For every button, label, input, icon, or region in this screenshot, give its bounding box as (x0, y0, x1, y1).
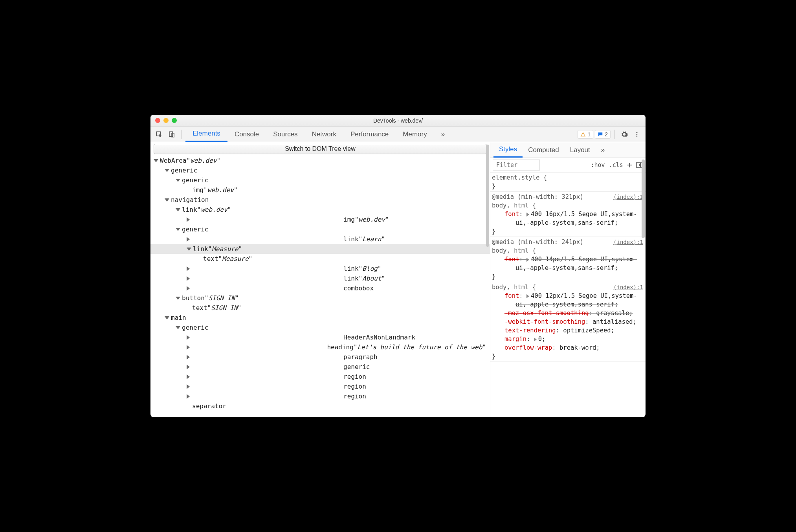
tree-row[interactable]: HeaderAsNonLandmark (150, 332, 490, 342)
accessibility-tree[interactable]: WebArea "web.dev"genericgenericimg "web.… (150, 154, 490, 417)
chevron-right-icon[interactable] (187, 276, 342, 281)
tree-row[interactable]: main (150, 313, 490, 323)
tabs-overflow-icon[interactable]: » (434, 127, 452, 142)
inspect-element-icon[interactable] (154, 129, 165, 140)
tree-row[interactable]: link "About" (150, 273, 490, 283)
chevron-down-icon[interactable] (165, 169, 169, 172)
tree-row[interactable]: generic (150, 224, 490, 234)
kebab-menu-icon[interactable] (631, 129, 642, 140)
chevron-down-icon[interactable] (154, 159, 158, 162)
tree-row[interactable]: img "web.dev" (150, 215, 490, 224)
minimize-window-button[interactable] (163, 118, 169, 123)
zoom-window-button[interactable] (172, 118, 177, 123)
expand-shorthand-icon[interactable] (526, 294, 529, 298)
tree-row[interactable]: region (150, 391, 490, 401)
warnings-badge[interactable]: 1 (578, 130, 593, 139)
tree-row[interactable]: region (150, 382, 490, 391)
window-title: DevTools - web.dev/ (150, 117, 646, 124)
tree-row[interactable]: combobox (150, 283, 490, 293)
declaration[interactable]: text-rendering: optimizeSpeed; (504, 326, 645, 335)
chevron-right-icon[interactable] (187, 286, 342, 291)
settings-gear-icon[interactable] (619, 129, 630, 140)
tree-row[interactable]: text "SIGN IN" (150, 303, 490, 313)
rule-source-link[interactable]: (index):1 (613, 193, 643, 201)
tab-performance[interactable]: Performance (343, 127, 396, 142)
tab-layout[interactable]: Layout (565, 142, 596, 158)
chevron-right-icon[interactable] (187, 374, 342, 379)
styles-filter-input[interactable] (493, 160, 540, 171)
chevron-right-icon[interactable] (187, 355, 342, 360)
cls-toggle[interactable]: .cls (609, 161, 623, 169)
tree-row[interactable]: paragraph (150, 352, 490, 362)
tab-styles[interactable]: Styles (493, 142, 523, 158)
style-rule[interactable]: (index):1@media (min-width: 321px)body, … (490, 192, 646, 237)
tree-row[interactable]: img "web.dev" (150, 185, 490, 195)
tree-row[interactable]: generic (150, 362, 490, 372)
rule-source-link[interactable]: (index):1 (613, 238, 643, 246)
chevron-right-icon[interactable] (187, 217, 342, 222)
style-rule[interactable]: element.style {} (490, 172, 646, 192)
tree-row[interactable]: navigation (150, 195, 490, 205)
tree-row[interactable]: link "web.dev" (150, 205, 490, 215)
chevron-right-icon[interactable] (187, 384, 342, 389)
declaration[interactable]: font: 400 12px/1.5 Segoe UI,system-ui,-a… (504, 292, 645, 309)
tab-network[interactable]: Network (305, 127, 343, 142)
expand-shorthand-icon[interactable] (526, 213, 529, 216)
chevron-right-icon[interactable] (187, 394, 342, 399)
tab-sources[interactable]: Sources (266, 127, 304, 142)
scrollbar[interactable] (486, 145, 489, 247)
selector[interactable]: body, html { (492, 201, 645, 210)
chevron-right-icon[interactable] (187, 345, 325, 350)
chevron-down-icon[interactable] (165, 316, 169, 319)
tree-row[interactable]: link "Measure" (150, 244, 490, 254)
tree-row[interactable]: generic (150, 323, 490, 332)
chevron-down-icon[interactable] (176, 208, 180, 211)
chevron-down-icon[interactable] (176, 228, 180, 231)
tree-row[interactable]: text "Measure" (150, 254, 490, 264)
styles-rules-list[interactable]: element.style {}(index):1@media (min-wid… (490, 172, 646, 417)
chevron-right-icon[interactable] (187, 237, 342, 242)
selector[interactable]: body, html { (492, 246, 645, 255)
chevron-down-icon[interactable] (176, 179, 180, 182)
declaration[interactable]: -webkit-font-smoothing: antialiased; (504, 317, 645, 326)
tree-row[interactable]: generic (150, 175, 490, 185)
messages-badge[interactable]: 2 (595, 130, 611, 139)
tree-row[interactable]: WebArea "web.dev" (150, 156, 490, 165)
tab-computed[interactable]: Computed (523, 142, 564, 158)
chevron-right-icon[interactable] (187, 335, 342, 340)
selector[interactable]: element.style { (492, 173, 645, 182)
chevron-down-icon[interactable] (176, 326, 180, 329)
declaration[interactable]: overflow-wrap: break-word; (504, 343, 645, 352)
scrollbar[interactable] (642, 160, 645, 238)
chevron-right-icon[interactable] (187, 266, 342, 271)
rule-source-link[interactable]: (index):1 (613, 283, 643, 292)
expand-shorthand-icon[interactable] (526, 258, 529, 262)
hov-toggle[interactable]: :hov (591, 161, 605, 169)
chevron-down-icon[interactable] (187, 248, 191, 251)
chevron-down-icon[interactable] (176, 297, 180, 300)
declaration[interactable]: font: 400 16px/1.5 Segoe UI,system-ui,-a… (504, 210, 645, 227)
device-toggle-icon[interactable] (166, 129, 177, 140)
sidebar-tabs-overflow-icon[interactable]: » (596, 142, 610, 158)
tab-elements[interactable]: Elements (185, 127, 227, 142)
declaration[interactable]: margin: 0; (504, 335, 645, 343)
new-style-rule-icon[interactable]: + (627, 162, 632, 168)
tree-row[interactable]: heading "Let's build the future of the w… (150, 342, 490, 352)
tree-row[interactable]: generic (150, 165, 490, 175)
style-rule[interactable]: (index):1@media (min-width: 241px)body, … (490, 237, 646, 282)
tree-row[interactable]: button "SIGN IN" (150, 293, 490, 303)
style-rule[interactable]: (index):1body, html {font: 400 12px/1.5 … (490, 282, 646, 362)
tab-console[interactable]: Console (227, 127, 266, 142)
tab-memory[interactable]: Memory (396, 127, 434, 142)
declaration[interactable]: font: 400 14px/1.5 Segoe UI,system-ui,-a… (504, 255, 645, 272)
chevron-down-icon[interactable] (165, 198, 169, 202)
tree-row[interactable]: link "Learn" (150, 234, 490, 244)
declaration[interactable]: -moz-osx-font-smoothing: grayscale; (504, 309, 645, 317)
tree-row[interactable]: region (150, 372, 490, 382)
close-window-button[interactable] (155, 118, 160, 123)
dom-tree-switch-button[interactable]: Switch to DOM Tree view (154, 144, 487, 154)
chevron-right-icon[interactable] (187, 365, 342, 369)
tree-row[interactable]: separator (150, 401, 490, 411)
expand-shorthand-icon[interactable] (534, 338, 537, 341)
tree-row[interactable]: link "Blog" (150, 264, 490, 273)
